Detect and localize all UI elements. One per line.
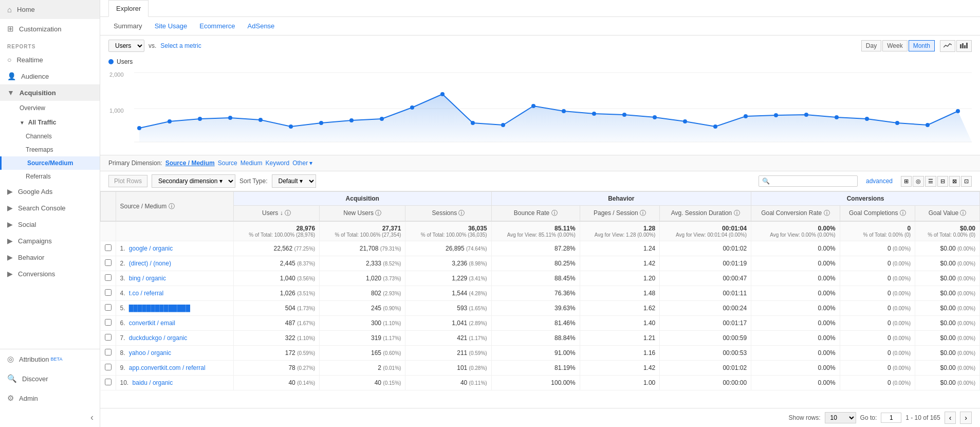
tab-explorer[interactable]: Explorer	[108, 0, 149, 17]
row-source-2[interactable]: (direct) / (none)	[129, 260, 171, 267]
sidebar-item-source-medium[interactable]: Source/Medium	[0, 156, 100, 170]
subtab-site-usage[interactable]: Site Usage	[150, 20, 193, 32]
svg-point-15	[319, 121, 323, 125]
view-icon-settings[interactable]: ⊡	[961, 176, 972, 187]
row-checkbox-2[interactable]	[105, 259, 112, 266]
row-checkbox-5[interactable]	[105, 304, 112, 311]
goal-value-header[interactable]: Goal Value ⓘ	[915, 206, 980, 222]
avg-session-header[interactable]: Avg. Session Duration ⓘ	[660, 206, 751, 222]
dim-link-source[interactable]: Source	[218, 159, 237, 167]
select-metric-link[interactable]: Select a metric	[160, 42, 201, 49]
new-users-header[interactable]: New Users ⓘ	[320, 206, 405, 222]
sort-type-select[interactable]: Default ▾	[272, 174, 316, 188]
row-source-5[interactable]: ██████████████	[129, 305, 190, 312]
sidebar-item-referrals[interactable]: Referrals	[0, 170, 100, 183]
show-rows-select[interactable]: 10 25 50 100 500 1000 5000	[825, 412, 856, 423]
secondary-dimension-select[interactable]: Secondary dimension ▾	[152, 174, 235, 188]
collapse-sidebar-button[interactable]: ‹	[0, 408, 100, 427]
sidebar-item-all-traffic[interactable]: ▼ All Traffic	[0, 115, 100, 130]
view-icon-grid[interactable]: ⊞	[901, 176, 912, 187]
row-checkbox-6[interactable]	[105, 319, 112, 326]
view-icon-compare[interactable]: ⊠	[949, 176, 960, 187]
svg-point-27	[683, 119, 687, 123]
metric-select[interactable]: Users	[108, 40, 144, 52]
sidebar-item-audience[interactable]: 👤 Audience	[0, 68, 100, 84]
dim-link-keyword[interactable]: Keyword	[265, 159, 289, 167]
svg-point-11	[198, 117, 202, 121]
row-goal-completions-1: 0 (0.00%)	[840, 241, 915, 256]
row-source-1[interactable]: google / organic	[129, 245, 173, 252]
sidebar-item-overview[interactable]: Overview	[0, 101, 100, 115]
bounce-rate-header[interactable]: Bounce Rate ⓘ	[491, 206, 580, 222]
row-bounce-rate-9: 81.19%	[491, 361, 580, 376]
sidebar-item-attribution[interactable]: ◎ Attribution BETA	[0, 349, 100, 369]
view-icon-pivot[interactable]: ⊟	[937, 176, 948, 187]
goto-input[interactable]	[881, 413, 901, 423]
chart-bar-view-btn[interactable]	[956, 40, 972, 52]
next-page-button[interactable]: ›	[960, 412, 972, 424]
sidebar-item-home[interactable]: ⌂ Home	[0, 0, 100, 19]
sidebar-item-realtime[interactable]: ○ Realtime	[0, 51, 100, 68]
sidebar-item-search-console[interactable]: ▶ Search Console	[0, 200, 100, 216]
dim-link-other[interactable]: Other ▾	[292, 159, 312, 167]
row-source-6[interactable]: convertkit / email	[129, 319, 175, 327]
row-source-4[interactable]: t.co / referral	[129, 290, 163, 297]
svg-point-9	[137, 126, 141, 130]
row-new-users-9: 2 (0.01%)	[320, 361, 405, 376]
sidebar-item-behavior[interactable]: ▶ Behavior	[0, 249, 100, 265]
view-icon-list[interactable]: ☰	[925, 176, 936, 187]
sidebar-item-google-ads[interactable]: ▶ Google Ads	[0, 183, 100, 200]
sidebar-item-campaigns[interactable]: ▶ Campaigns	[0, 233, 100, 249]
row-new-users-7: 319 (1.17%)	[320, 331, 405, 346]
sidebar-item-social[interactable]: ▶ Social	[0, 216, 100, 233]
subtab-ecommerce[interactable]: Ecommerce	[194, 20, 240, 32]
goal-completions-header[interactable]: Goal Completions ⓘ	[840, 206, 915, 222]
search-input[interactable]	[772, 177, 854, 185]
row-goal-value-4: $0.00 (0.00%)	[915, 286, 980, 301]
subtab-adsense[interactable]: AdSense	[243, 20, 280, 32]
row-goal-completions-2: 0 (0.00%)	[840, 256, 915, 271]
table-row: 10. baidu / organic 40 (0.14%) 40 (0.15%…	[101, 376, 980, 390]
sidebar-item-admin[interactable]: ⚙ Admin	[0, 388, 100, 408]
time-btn-day[interactable]: Day	[861, 40, 881, 51]
subtab-summary[interactable]: Summary	[108, 20, 147, 32]
svg-point-12	[228, 116, 232, 120]
row-avg-session-8: 00:00:53	[660, 346, 751, 361]
row-checkbox-3[interactable]	[105, 274, 112, 281]
advanced-link[interactable]: advanced	[866, 177, 893, 185]
row-checkbox-8[interactable]	[105, 349, 112, 355]
row-checkbox-1[interactable]	[105, 244, 112, 251]
sidebar-item-customization[interactable]: ⊞ Customization	[0, 19, 100, 39]
row-source-3[interactable]: bing / organic	[129, 275, 166, 282]
chart-view-type-buttons	[940, 40, 972, 52]
row-goal-conv-rate-6: 0.00%	[751, 316, 840, 331]
dim-link-source-medium[interactable]: Source / Medium	[165, 159, 215, 167]
row-users-7: 322 (1.10%)	[233, 331, 319, 346]
sidebar-item-discover[interactable]: 🔍 Discover	[0, 369, 100, 388]
pages-session-header[interactable]: Pages / Session ⓘ	[580, 206, 660, 222]
row-checkbox-9[interactable]	[105, 364, 112, 370]
goal-conv-rate-header[interactable]: Goal Conversion Rate ⓘ	[751, 206, 840, 222]
row-source-9[interactable]: app.convertkit.com / referral	[129, 364, 206, 371]
sidebar-item-channels[interactable]: Channels	[0, 130, 100, 143]
row-checkbox-4[interactable]	[105, 289, 112, 296]
row-checkbox-10[interactable]	[105, 379, 112, 385]
behavior-icon: ▶	[7, 253, 13, 261]
users-header[interactable]: Users ↓ ⓘ	[233, 206, 319, 222]
row-source-8[interactable]: yahoo / organic	[129, 349, 171, 357]
sidebar-item-acquisition[interactable]: ▼ Acquisition	[0, 84, 100, 101]
all-traffic-label: All Traffic	[28, 119, 57, 126]
view-icon-pie[interactable]: ◎	[913, 176, 924, 187]
chart-line-view-btn[interactable]	[940, 40, 955, 52]
plot-rows-button[interactable]: Plot Rows	[108, 175, 147, 187]
row-source-7[interactable]: duckduckgo / organic	[129, 334, 187, 342]
sessions-header[interactable]: Sessions ⓘ	[405, 206, 491, 222]
time-btn-month[interactable]: Month	[909, 40, 935, 51]
dim-link-medium[interactable]: Medium	[241, 159, 263, 167]
sidebar-item-treemaps[interactable]: Treemaps	[0, 143, 100, 156]
prev-page-button[interactable]: ‹	[945, 412, 956, 424]
time-btn-week[interactable]: Week	[882, 40, 907, 51]
row-checkbox-7[interactable]	[105, 334, 112, 341]
row-source-10[interactable]: baidu / organic	[133, 379, 173, 386]
sidebar-item-conversions[interactable]: ▶ Conversions	[0, 265, 100, 282]
